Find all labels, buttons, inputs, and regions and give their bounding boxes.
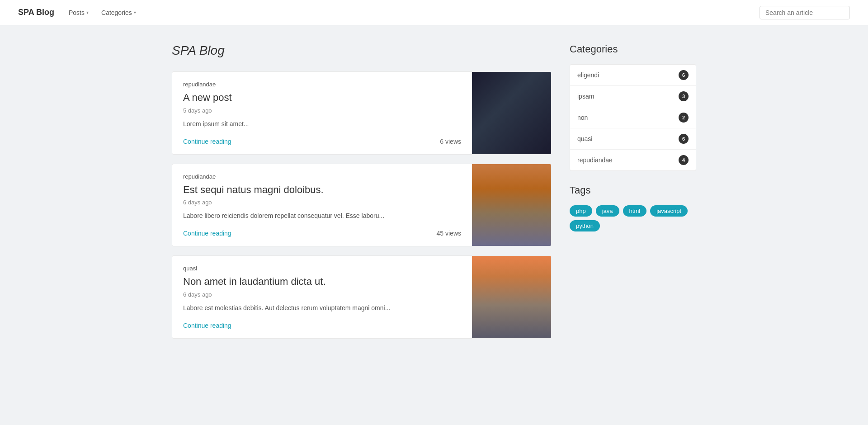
article-footer: Continue reading <box>183 322 461 329</box>
article-image <box>472 256 551 338</box>
article-image <box>472 72 551 154</box>
page-title: SPA Blog <box>172 43 552 58</box>
article-category: repudiandae <box>183 81 461 88</box>
sidebar: Categories eligendi 6 ipsam 3 non 2 quas… <box>570 43 696 348</box>
categories-section: eligendi 6 ipsam 3 non 2 quasi 6 repudia… <box>570 64 696 171</box>
navbar-nav: Posts ▾ Categories ▾ <box>63 6 142 19</box>
tag-javascript[interactable]: javascript <box>650 205 688 217</box>
category-name: eligendi <box>577 71 599 79</box>
category-item-quasi[interactable]: quasi 6 <box>570 128 696 150</box>
posts-chevron-icon: ▾ <box>86 10 89 15</box>
category-badge: 6 <box>679 70 689 80</box>
article-card: repudiandae Est sequi natus magni doloib… <box>172 164 552 247</box>
article-category: repudiandae <box>183 173 461 180</box>
category-badge: 3 <box>679 91 689 101</box>
article-title: Est sequi natus magni doloibus. <box>183 184 461 197</box>
tags-section-title: Tags <box>570 184 696 196</box>
article-card: repudiandae A new post 5 days ago Lorem … <box>172 71 552 155</box>
category-name: ipsam <box>577 93 594 100</box>
navbar-left: SPA Blog Posts ▾ Categories ▾ <box>18 6 142 19</box>
nav-item-categories[interactable]: Categories ▾ <box>96 6 142 19</box>
continue-reading-link[interactable]: Continue reading <box>183 322 231 329</box>
navbar-brand: SPA Blog <box>18 8 54 17</box>
main-content: SPA Blog repudiandae A new post 5 days a… <box>172 43 552 348</box>
categories-label: Categories <box>101 9 132 16</box>
article-title: A new post <box>183 91 461 104</box>
category-name: non <box>577 114 588 121</box>
category-item-ipsam[interactable]: ipsam 3 <box>570 86 696 107</box>
article-image <box>472 164 551 246</box>
main-container: SPA Blog repudiandae A new post 5 days a… <box>163 25 705 366</box>
article-title: Non amet in laudantium dicta ut. <box>183 275 461 288</box>
categories-section-title: Categories <box>570 43 696 55</box>
nav-item-posts[interactable]: Posts ▾ <box>63 6 94 19</box>
tag-html[interactable]: html <box>623 205 647 217</box>
article-date: 6 days ago <box>183 199 461 206</box>
category-item-repudiandae[interactable]: repudiandae 4 <box>570 150 696 170</box>
categories-chevron-icon: ▾ <box>134 10 136 15</box>
category-badge: 6 <box>679 134 689 144</box>
tag-php[interactable]: php <box>570 205 592 217</box>
article-excerpt: Labore est molestias debitis. Aut delect… <box>183 303 461 313</box>
article-footer: Continue reading 45 views <box>183 230 461 237</box>
search-input[interactable] <box>760 6 850 19</box>
tags-container: php java html javascript python <box>570 205 696 231</box>
category-badge: 2 <box>679 113 689 123</box>
navbar: SPA Blog Posts ▾ Categories ▾ <box>0 0 868 25</box>
category-badge: 4 <box>679 155 689 165</box>
tag-java[interactable]: java <box>596 205 619 217</box>
article-card: quasi Non amet in laudantium dicta ut. 6… <box>172 255 552 339</box>
article-footer: Continue reading 6 views <box>183 138 461 145</box>
continue-reading-link[interactable]: Continue reading <box>183 138 231 145</box>
article-excerpt: Lorem ipsum sit amet... <box>183 119 461 129</box>
article-date: 6 days ago <box>183 291 461 298</box>
article-body: quasi Non amet in laudantium dicta ut. 6… <box>172 256 472 338</box>
category-item-non[interactable]: non 2 <box>570 107 696 128</box>
article-body: repudiandae A new post 5 days ago Lorem … <box>172 72 472 154</box>
article-body: repudiandae Est sequi natus magni doloib… <box>172 164 472 246</box>
tag-python[interactable]: python <box>570 220 600 231</box>
category-item-eligendi[interactable]: eligendi 6 <box>570 65 696 86</box>
category-name: quasi <box>577 135 592 142</box>
tags-section: Tags php java html javascript python <box>570 184 696 231</box>
category-name: repudiandae <box>577 156 613 164</box>
views-count: 45 views <box>437 230 461 237</box>
article-excerpt: Labore libero reiciendis dolorem repella… <box>183 211 461 221</box>
article-date: 5 days ago <box>183 107 461 114</box>
views-count: 6 views <box>440 138 461 145</box>
article-category: quasi <box>183 265 461 272</box>
continue-reading-link[interactable]: Continue reading <box>183 230 231 237</box>
posts-label: Posts <box>69 9 85 16</box>
